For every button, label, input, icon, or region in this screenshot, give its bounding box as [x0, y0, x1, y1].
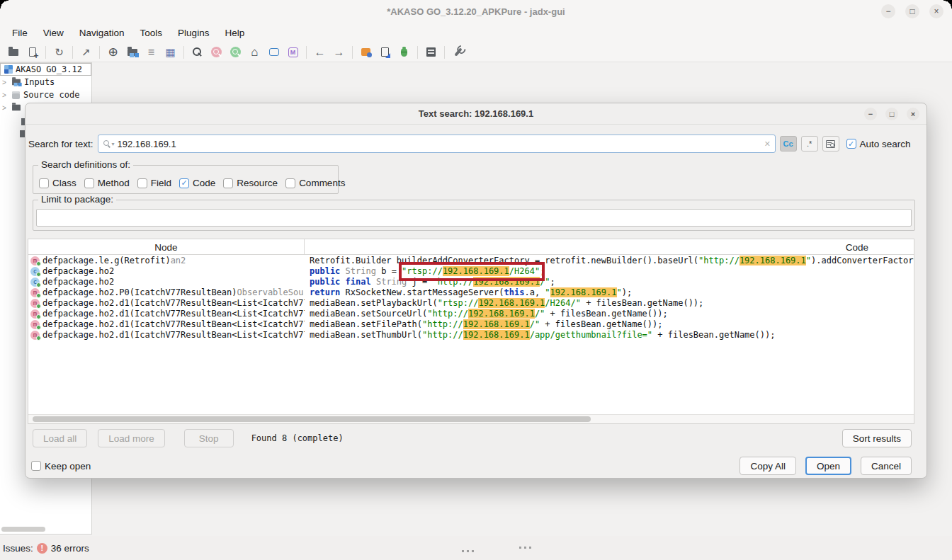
- menu-file[interactable]: File: [4, 28, 35, 38]
- tree-item-source-code[interactable]: > Source code: [0, 88, 91, 101]
- text-search-icon[interactable]: [188, 44, 207, 61]
- code-search-icon[interactable]: [226, 44, 245, 61]
- error-count[interactable]: 36 errors: [51, 543, 89, 554]
- package-input[interactable]: [36, 209, 912, 227]
- chevron-right-icon[interactable]: >: [2, 104, 11, 112]
- chevron-right-icon[interactable]: >: [2, 79, 11, 86]
- tree-horizontal-scrollbar[interactable]: [0, 526, 91, 532]
- menu-navigation[interactable]: Navigation: [72, 28, 132, 38]
- jadx-gui-window: *AKASO GO_3.12.20_APKPure - jadx-gui − □…: [0, 0, 952, 560]
- main-activity-icon[interactable]: ⌂: [245, 44, 264, 61]
- checkbox-method[interactable]: ✓ Method: [84, 178, 130, 188]
- checkbox-class[interactable]: ✓ Class: [39, 178, 76, 188]
- menu-view[interactable]: View: [35, 28, 72, 38]
- method-icon: m: [30, 288, 40, 297]
- forward-icon[interactable]: →: [329, 44, 348, 61]
- open-button[interactable]: Open: [805, 457, 851, 475]
- inputs-folder-icon: [12, 79, 21, 86]
- table-row[interactable]: mdefpackage.ho2.d1(IcatchV77ResultBean<L…: [28, 319, 914, 330]
- column-header-code[interactable]: Code: [808, 239, 907, 255]
- search-value: 192.168.169.1: [118, 139, 762, 149]
- checkbox-resource[interactable]: ✓ Resource: [223, 178, 278, 188]
- packages-icon[interactable]: [123, 44, 142, 61]
- checkbox-comments[interactable]: ✓ Comments: [285, 178, 345, 188]
- red-highlight-annotation: [399, 262, 545, 281]
- search-dropdown-caret-icon[interactable]: ▾: [112, 141, 115, 147]
- checkbox-field[interactable]: ✓ Field: [137, 178, 171, 188]
- results-horizontal-scrollbar[interactable]: [28, 414, 914, 423]
- menu-help[interactable]: Help: [217, 28, 252, 38]
- toolbar-separator: [99, 46, 100, 59]
- maximize-icon[interactable]: □: [905, 4, 919, 18]
- preferences-wrench-icon[interactable]: [448, 44, 468, 61]
- tree-root[interactable]: AKASO GO_3.12: [0, 63, 91, 76]
- scrollbar-thumb[interactable]: [33, 416, 591, 422]
- results-header: Node Code: [28, 239, 914, 255]
- scrollbar-thumb[interactable]: [1, 527, 45, 532]
- table-row[interactable]: mdefpackage.ho2.d1(IcatchV77ResultBean<L…: [28, 309, 914, 319]
- flat-list-icon[interactable]: ≡: [142, 44, 161, 61]
- export-icon[interactable]: ↗: [76, 44, 96, 61]
- method-icon: m: [30, 256, 40, 265]
- table-row[interactable]: mdefpackage.ho2.P0(IcatchV77ResultBean) …: [28, 287, 914, 298]
- method-icon: m: [30, 299, 40, 308]
- crosshair-icon[interactable]: ⊕: [103, 44, 123, 61]
- cancel-button[interactable]: Cancel: [861, 457, 912, 475]
- checkbox-icon: ✓: [84, 178, 94, 188]
- reload-icon[interactable]: ↻: [50, 44, 69, 61]
- log-viewer-icon[interactable]: [421, 44, 441, 61]
- search-input[interactable]: ▾ 192.168.169.1 ×: [98, 135, 776, 153]
- match-case-button[interactable]: Cc: [780, 136, 797, 152]
- menu-tools[interactable]: Tools: [132, 28, 171, 38]
- quark-icon[interactable]: [375, 44, 395, 61]
- search-preview-button[interactable]: [822, 136, 839, 152]
- close-icon[interactable]: ×: [929, 4, 944, 18]
- tree-item-inputs[interactable]: > Inputs: [0, 76, 91, 88]
- load-more-button[interactable]: Load more: [98, 429, 165, 447]
- method-icon: m: [30, 331, 40, 340]
- regex-button[interactable]: .*: [801, 136, 818, 152]
- back-icon[interactable]: ←: [310, 44, 329, 61]
- clear-search-icon[interactable]: ×: [764, 138, 770, 149]
- auto-search-checkbox[interactable]: ✓ Auto search: [846, 139, 911, 149]
- dialog-titlebar[interactable]: Text search: 192.168.169.1 − □ ×: [26, 103, 926, 125]
- text-search-dialog: Text search: 192.168.169.1 − □ × Search …: [25, 103, 927, 479]
- column-header-node[interactable]: Node: [28, 239, 305, 255]
- table-row[interactable]: mdefpackage.ho2.d1(IcatchV77ResultBean<L…: [28, 330, 914, 341]
- dialog-minimize-icon[interactable]: −: [864, 108, 877, 120]
- table-icon[interactable]: ▦: [161, 44, 180, 61]
- definitions-label: Search definitions of:: [38, 159, 133, 170]
- add-files-icon[interactable]: [23, 44, 42, 61]
- dialog-close-icon[interactable]: ×: [907, 108, 919, 120]
- main-titlebar[interactable]: *AKASO GO_3.12.20_APKPure - jadx-gui − □…: [0, 0, 952, 23]
- grip-dots: [519, 547, 531, 549]
- stop-button[interactable]: Stop: [184, 429, 234, 447]
- toolbar-separator: [352, 46, 353, 59]
- search-magnifier-icon[interactable]: [103, 139, 111, 148]
- method-badge-icon[interactable]: M: [283, 44, 302, 61]
- keep-open-checkbox[interactable]: ✓ Keep open: [31, 461, 91, 472]
- minimize-icon[interactable]: −: [881, 4, 895, 18]
- sort-results-button[interactable]: Sort results: [842, 429, 912, 447]
- issues-label: Issues:: [3, 543, 33, 554]
- chevron-right-icon[interactable]: >: [2, 91, 11, 99]
- open-file-icon[interactable]: [4, 44, 23, 61]
- load-all-button[interactable]: Load all: [33, 429, 87, 447]
- checkbox-icon: ✓: [179, 178, 189, 188]
- search-label: Search for text:: [28, 139, 94, 149]
- method-icon: m: [30, 309, 40, 319]
- checkbox-icon: ✓: [39, 178, 49, 188]
- error-badge-icon[interactable]: !: [37, 543, 47, 554]
- dialog-maximize-icon[interactable]: □: [885, 108, 898, 120]
- menu-plugins[interactable]: Plugins: [170, 28, 217, 38]
- copy-all-button[interactable]: Copy All: [740, 457, 796, 475]
- table-row[interactable]: mdefpackage.ho2.d1(IcatchV77ResultBean<L…: [28, 298, 914, 309]
- debug-bug-icon[interactable]: [395, 44, 414, 61]
- class-search-icon[interactable]: [207, 44, 226, 61]
- toolbar-separator: [45, 46, 46, 59]
- screen-corner: [944, 0, 952, 8]
- deobfuscation-icon[interactable]: [356, 44, 375, 61]
- checkbox-code[interactable]: ✓ Code: [179, 178, 215, 188]
- method-icon: m: [30, 320, 40, 329]
- frame-icon[interactable]: [264, 44, 283, 61]
